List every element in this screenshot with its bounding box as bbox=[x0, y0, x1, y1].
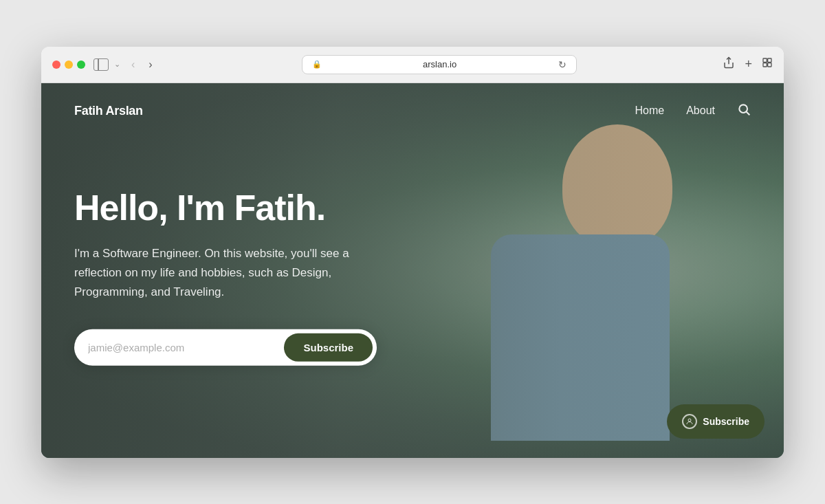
lock-icon: 🔒 bbox=[312, 60, 322, 69]
svg-point-7 bbox=[688, 419, 691, 421]
close-button[interactable] bbox=[52, 61, 60, 69]
maximize-button[interactable] bbox=[77, 61, 85, 69]
website-content: Fatih Arslan Home About Hello, I'm Fatih… bbox=[41, 83, 784, 458]
refresh-button[interactable]: ↻ bbox=[558, 59, 566, 70]
new-tab-button[interactable]: + bbox=[745, 57, 752, 72]
navbar: Fatih Arslan Home About bbox=[41, 83, 784, 139]
hero-content: Hello, I'm Fatih. I'm a Software Enginee… bbox=[74, 175, 390, 366]
minimize-button[interactable] bbox=[65, 61, 73, 69]
svg-point-5 bbox=[739, 105, 747, 113]
sidebar-toggle-button[interactable] bbox=[94, 58, 109, 71]
subscribe-form: Subscribe bbox=[74, 329, 377, 366]
nav-home-link[interactable]: Home bbox=[635, 105, 665, 117]
site-brand: Fatih Arslan bbox=[74, 104, 143, 118]
share-button[interactable] bbox=[723, 56, 735, 72]
forward-button[interactable]: › bbox=[146, 57, 155, 72]
nav-about-link[interactable]: About bbox=[686, 105, 715, 117]
url-text: arslan.io bbox=[326, 59, 554, 69]
svg-rect-1 bbox=[763, 58, 767, 62]
address-bar[interactable]: 🔒 arslan.io ↻ bbox=[302, 55, 577, 74]
back-button[interactable]: ‹ bbox=[129, 57, 138, 72]
chevron-down-icon: ⌄ bbox=[114, 60, 120, 69]
floating-subscribe-button[interactable]: Subscribe bbox=[667, 404, 764, 439]
browser-controls: ⌄ bbox=[94, 58, 120, 71]
nav-links: Home About bbox=[635, 102, 751, 120]
browser-window: ⌄ ‹ › 🔒 arslan.io ↻ + bbox=[41, 47, 784, 458]
tabs-button[interactable] bbox=[762, 57, 773, 72]
svg-line-6 bbox=[747, 111, 750, 115]
browser-toolbar: ⌄ ‹ › 🔒 arslan.io ↻ + bbox=[41, 47, 784, 83]
browser-actions: + bbox=[723, 56, 773, 72]
search-icon[interactable] bbox=[737, 102, 751, 120]
svg-rect-4 bbox=[768, 63, 771, 67]
traffic-lights bbox=[52, 61, 85, 69]
hero-title: Hello, I'm Fatih. bbox=[74, 188, 390, 228]
svg-rect-3 bbox=[763, 63, 767, 67]
svg-rect-2 bbox=[768, 58, 771, 62]
floating-subscribe-label: Subscribe bbox=[703, 416, 749, 427]
email-input[interactable] bbox=[88, 336, 284, 359]
subscribe-button[interactable]: Subscribe bbox=[284, 333, 373, 362]
hero-subtitle: I'm a Software Engineer. On this website… bbox=[74, 244, 390, 302]
address-bar-wrapper: 🔒 arslan.io ↻ bbox=[164, 55, 715, 74]
user-icon bbox=[682, 414, 697, 429]
